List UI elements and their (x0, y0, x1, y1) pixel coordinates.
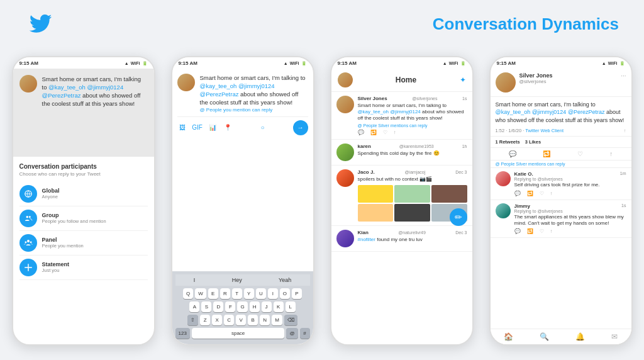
option-group[interactable]: Group People you follow and mention (19, 206, 148, 231)
key-shift[interactable]: ⇧ (187, 315, 198, 325)
jimmy-share-icon[interactable]: ↑ (550, 228, 553, 234)
key-y[interactable]: Y (244, 288, 254, 299)
katie-retweet-icon[interactable]: 🔁 (527, 191, 533, 196)
poll-tool-icon[interactable]: 📊 (208, 123, 218, 133)
katie-reply-icon[interactable]: 💬 (514, 191, 521, 196)
reply-katie[interactable]: Katie O. 1m Replying to @silverjones Sel… (491, 168, 631, 200)
key-n[interactable]: N (260, 315, 270, 325)
key-l[interactable]: L (286, 301, 296, 312)
participants-section: Conversation participants Choose who can… (13, 157, 154, 344)
tweet-kian[interactable]: Kian @naturelivr49 Dec 3 #nofilter found… (331, 226, 472, 252)
retweet-icon[interactable]: 🔁 (370, 130, 377, 135)
phone1-time: 9:15 AM (19, 60, 38, 66)
share-icon[interactable]: ↑ (624, 128, 626, 133)
tweet-silver[interactable]: Silver Jones @silverjones 1s Smart home … (331, 92, 472, 140)
jimmy-reply-icon[interactable]: 💬 (514, 228, 521, 234)
key-m[interactable]: M (272, 315, 282, 325)
suggestion-2[interactable]: Hey (228, 277, 246, 283)
option-group-desc: People you follow and mention (42, 218, 106, 224)
home-avatar (338, 72, 353, 87)
key-backspace[interactable]: ⌫ (284, 315, 297, 325)
share-icon[interactable]: ↑ (394, 130, 396, 135)
key-k[interactable]: K (274, 301, 284, 312)
key-t[interactable]: T (232, 288, 242, 299)
jaco-avatar (336, 169, 354, 187)
jimmy-like-icon[interactable]: ♡ (540, 228, 544, 234)
silver-reply-note: @ People Silver mentions can reply (358, 123, 467, 128)
image-tool-icon[interactable]: 🖼 (177, 123, 187, 133)
key-a[interactable]: A (189, 301, 199, 312)
key-z[interactable]: Z (200, 315, 210, 325)
key-r[interactable]: R (220, 288, 230, 299)
option-panel[interactable]: Panel People you mention (19, 231, 148, 256)
tweet-img-2 (394, 185, 430, 203)
key-g[interactable]: G (237, 301, 247, 312)
svg-point-4 (26, 240, 29, 242)
jimmy-time: 1s (621, 203, 626, 209)
key-o[interactable]: O (280, 288, 290, 299)
phone4-time: 9:15 AM (497, 60, 516, 66)
reply-katie-body: Katie O. 1m Replying to @silverjones Sel… (514, 171, 626, 196)
key-c[interactable]: C (224, 315, 234, 325)
option-statement-desc: Just you (42, 267, 70, 273)
key-h[interactable]: H (250, 301, 260, 312)
wifi-icon: WiFi (449, 61, 458, 65)
tweet-karen[interactable]: karen @karenisme1953 1h Spending this co… (331, 140, 472, 166)
participants-title: Conversation participants (19, 163, 148, 170)
kian-time: Dec 3 (455, 230, 467, 235)
detail-reply-action[interactable]: 💬 (509, 150, 516, 157)
option-statement[interactable]: Statement Just you (19, 256, 148, 280)
detail-retweet-action[interactable]: 🔁 (543, 150, 550, 157)
battery-icon: 🔋 (142, 61, 148, 66)
sparkle-icon[interactable]: ✦ (460, 76, 466, 84)
phone-1: 9:15 AM ▲ WiFi 🔋 Smart home or smart car… (12, 56, 155, 346)
key-u[interactable]: U (256, 288, 266, 299)
key-s[interactable]: S (201, 301, 211, 312)
key-e[interactable]: E (208, 288, 218, 299)
mail-nav-icon[interactable]: ✉ (611, 332, 618, 341)
send-button[interactable]: → (293, 120, 308, 135)
globe-icon (19, 185, 37, 203)
key-at[interactable]: @ (286, 328, 297, 339)
key-v[interactable]: V (236, 315, 246, 325)
jaco-name: Jaco J. (358, 169, 375, 175)
detail-share-action[interactable]: ↑ (609, 150, 613, 157)
home-nav-icon[interactable]: 🏠 (504, 332, 513, 341)
key-i[interactable]: I (268, 288, 278, 299)
key-f[interactable]: F (225, 301, 235, 312)
location-tool-icon[interactable]: 📍 (223, 123, 233, 133)
statement-icon (19, 259, 37, 276)
suggestion-1[interactable]: I (190, 277, 199, 283)
mention-p2-3: @PerezPetraz (200, 91, 239, 98)
notifications-nav-icon[interactable]: 🔔 (575, 332, 585, 341)
svg-point-5 (25, 241, 26, 243)
suggestion-3[interactable]: Yeah (275, 277, 295, 283)
katie-like-icon[interactable]: ♡ (540, 191, 544, 196)
reply-jimmy[interactable]: Jimmy 1s Replying to @silverjones The sm… (491, 200, 631, 239)
katie-share-icon[interactable]: ↑ (550, 191, 553, 196)
silver-handle: @silverjones (412, 96, 437, 101)
detail-user-name: Silver Jones (519, 72, 553, 79)
tweet-img-4 (358, 204, 394, 222)
search-nav-icon[interactable]: 🔍 (540, 332, 549, 341)
key-hash[interactable]: # (300, 328, 310, 339)
reply-icon[interactable]: 💬 (358, 130, 364, 135)
compose-fab-button[interactable]: ✏ (450, 208, 467, 226)
like-icon[interactable]: ♡ (383, 130, 387, 135)
gif-tool-icon[interactable]: GIF (192, 123, 203, 133)
key-b[interactable]: B (248, 315, 258, 325)
key-d[interactable]: D (213, 301, 223, 312)
key-123[interactable]: 123 (175, 328, 190, 339)
key-x[interactable]: X (212, 315, 222, 325)
key-space[interactable]: space (192, 328, 285, 339)
more-icon[interactable]: ··· (621, 72, 626, 93)
detail-like-action[interactable]: ♡ (577, 150, 583, 157)
key-j[interactable]: J (262, 301, 272, 312)
mention-2: @jimmyj0124 (87, 84, 123, 91)
tweet-img-3 (431, 185, 467, 203)
key-q[interactable]: Q (183, 288, 193, 299)
key-p[interactable]: P (292, 288, 302, 299)
jimmy-retweet-icon[interactable]: 🔁 (527, 228, 533, 234)
key-w[interactable]: W (195, 288, 206, 299)
option-global[interactable]: Global Anyone (19, 182, 148, 206)
